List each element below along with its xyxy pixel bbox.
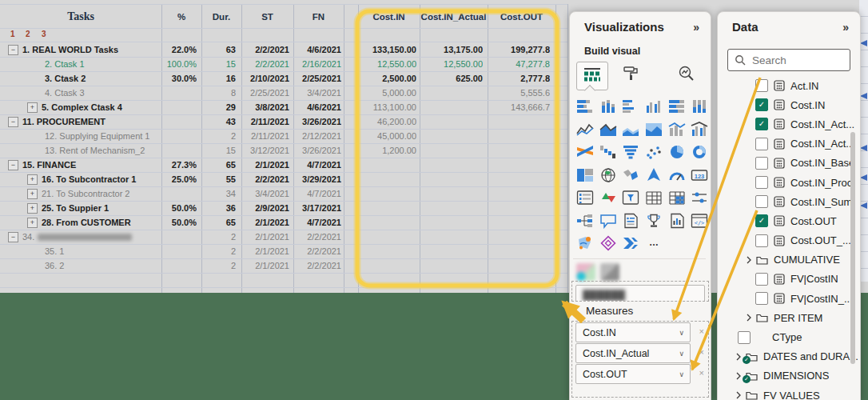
outline-level-1[interactable]: 1 xyxy=(10,30,15,38)
expand-toggle[interactable]: + xyxy=(27,203,38,214)
chevron-down-icon[interactable]: ∨ xyxy=(679,329,684,337)
map-icon[interactable] xyxy=(597,164,620,187)
smart-narrative-icon[interactable] xyxy=(619,210,643,233)
checkbox-checked[interactable]: ✓ xyxy=(755,118,768,130)
checkbox-unchecked[interactable] xyxy=(755,292,768,305)
chevron-right-icon[interactable] xyxy=(735,353,742,361)
field-item-cost-out[interactable]: ✓Cost.OUT xyxy=(718,211,860,230)
collapse-toggle[interactable]: − xyxy=(8,160,18,170)
outline-level-3[interactable]: 3 xyxy=(42,30,46,38)
task-row[interactable]: +5. Complex Ctask 4293/8/20214/6/2021113… xyxy=(0,100,567,115)
power-apps-icon[interactable] xyxy=(597,232,620,255)
checkbox-unchecked[interactable] xyxy=(755,138,768,150)
clustered-column-chart-icon[interactable] xyxy=(643,95,666,118)
custom-visual-1[interactable] xyxy=(576,263,595,281)
field-item-cumulative[interactable]: CUMULATIVE xyxy=(718,250,860,270)
checkbox-checked[interactable]: ✓ xyxy=(755,98,768,111)
field-item-fv-costin-[interactable]: FV|CostIN_... xyxy=(718,289,860,308)
power-automate-icon[interactable] xyxy=(619,232,643,255)
task-row[interactable]: 36. 222/1/20212/2/2021 xyxy=(0,258,567,274)
matrix-icon[interactable] xyxy=(665,186,688,210)
metrics-icon[interactable] xyxy=(643,210,666,233)
measure-well-cost-in[interactable]: Cost.IN∨ xyxy=(575,322,691,342)
gauge-icon[interactable] xyxy=(665,164,688,187)
azure-map-icon[interactable] xyxy=(643,164,666,187)
multi-row-card-icon[interactable] xyxy=(574,186,597,210)
field-item-act-in[interactable]: Act.IN xyxy=(718,76,860,95)
measure-well-cost-in-actual[interactable]: Cost.IN_Actual∨ xyxy=(575,343,691,363)
remove-field-icon[interactable]: × xyxy=(699,347,704,358)
filled-map-icon[interactable] xyxy=(619,164,643,187)
field-well-blurred[interactable]: ██████ xyxy=(575,285,705,302)
tab-analytics[interactable] xyxy=(671,62,702,89)
kpi-icon[interactable] xyxy=(597,186,620,210)
line-chart-icon[interactable] xyxy=(574,118,597,142)
remove-field-icon[interactable]: × xyxy=(699,368,704,378)
100-stacked-bar-chart-icon[interactable] xyxy=(665,95,688,118)
field-item-dimensions[interactable]: ✓DIMENSIONS xyxy=(718,366,860,386)
chevron-down-icon[interactable]: ∨ xyxy=(679,370,684,378)
collapse-toggle[interactable]: − xyxy=(8,117,18,127)
field-item-cost-in-proc[interactable]: Cost.IN_Proc xyxy=(718,173,860,192)
100-stacked-column-chart-icon[interactable] xyxy=(688,95,711,118)
treemap-icon[interactable] xyxy=(574,164,597,187)
outline-level-2[interactable]: 2 xyxy=(26,30,30,38)
funnel-chart-icon[interactable] xyxy=(619,141,643,164)
data-panel-scrollbar[interactable] xyxy=(850,132,855,364)
checkbox-unchecked[interactable] xyxy=(755,157,768,170)
field-item-cost-in-act-[interactable]: ✓Cost.IN_Act... xyxy=(718,114,860,134)
more-visuals-icon[interactable]: … xyxy=(643,232,666,255)
task-row[interactable]: 2. Ctask 1100.0%152/2/20212/16/202112,55… xyxy=(0,57,567,72)
chevron-right-icon[interactable] xyxy=(735,391,742,399)
expand-toggle[interactable]: + xyxy=(27,218,38,228)
expand-toggle[interactable]: + xyxy=(27,102,38,113)
expand-toggle[interactable]: + xyxy=(27,174,38,185)
button-slicer-icon[interactable] xyxy=(688,186,711,210)
checkbox-checked[interactable]: ✓ xyxy=(755,214,768,227)
tab-format-visual[interactable] xyxy=(615,62,646,89)
checkbox-unchecked[interactable] xyxy=(738,331,751,344)
custom-visual-2[interactable] xyxy=(600,263,619,281)
field-item-fv-costin[interactable]: FV|CostIN xyxy=(718,270,860,289)
task-row[interactable]: 4. Ctask 382/25/20213/4/20215,000.005,55… xyxy=(0,86,567,101)
stacked-area-chart-icon[interactable] xyxy=(619,118,643,142)
chevron-down-icon[interactable]: ∨ xyxy=(679,350,684,358)
search-box[interactable] xyxy=(727,49,850,71)
field-item-ctype[interactable]: CType xyxy=(718,327,860,346)
task-row[interactable]: 13. Rent of Mechanism_2153/12/20213/26/2… xyxy=(0,143,567,158)
area-chart-icon[interactable] xyxy=(597,118,620,142)
checkbox-unchecked[interactable] xyxy=(755,273,768,286)
task-row[interactable]: +25. To Suppier 150.0%362/9/20213/17/202… xyxy=(0,201,567,216)
task-row[interactable]: −34.22/1/20212/2/2021 xyxy=(0,230,567,245)
line-and-stacked-column-chart-icon[interactable] xyxy=(665,118,688,142)
field-item-per-item[interactable]: PER ITEM xyxy=(718,308,860,327)
ribbon-chart-icon[interactable] xyxy=(574,141,597,164)
field-item-cost-out-[interactable]: Cost.OUT_... xyxy=(718,231,860,250)
task-row[interactable]: −1. REAL WORLD Tasks22.0%632/2/20214/6/2… xyxy=(0,42,567,58)
arcgis-map-icon[interactable] xyxy=(574,232,597,255)
task-row[interactable]: 3. Ctask 230.0%162/10/20212/25/20212,500… xyxy=(0,71,567,86)
task-row[interactable]: +21. To Subcontractor 2343/4/20214/7/202… xyxy=(0,186,567,202)
task-row[interactable]: +28. From CUSTOMER50.0%652/1/20214/7/202… xyxy=(0,215,567,230)
collapse-toggle[interactable]: − xyxy=(8,232,18,242)
collapse-panel-icon[interactable]: » xyxy=(842,21,849,34)
card-icon[interactable]: 123 xyxy=(688,164,711,187)
line-and-clustered-column-chart-icon[interactable] xyxy=(688,118,711,142)
scatter-chart-icon[interactable] xyxy=(643,141,666,164)
waterfall-chart-icon[interactable] xyxy=(597,141,620,164)
clustered-bar-chart-icon[interactable] xyxy=(619,95,643,118)
checkbox-unchecked[interactable] xyxy=(755,234,768,247)
field-item-dates-and-dura-[interactable]: ✓DATES and DURA... xyxy=(718,347,860,366)
task-row[interactable]: −15. FINANCE27.3%652/1/20214/7/2021 xyxy=(0,158,567,173)
slicer-icon[interactable] xyxy=(619,186,643,210)
table-icon[interactable] xyxy=(643,186,666,210)
field-item-cost-in-sum[interactable]: Cost.IN_Sum xyxy=(718,192,860,211)
collapse-panel-icon[interactable]: » xyxy=(693,21,699,34)
expand-toggle[interactable]: + xyxy=(27,189,38,199)
chevron-right-icon[interactable] xyxy=(746,314,752,322)
script-visual-icon[interactable]: </> xyxy=(688,210,711,233)
field-item-cost-in[interactable]: ✓Cost.IN xyxy=(718,95,860,114)
chevron-right-icon[interactable] xyxy=(735,372,742,380)
task-row[interactable]: −11. PROCUREMENT432/11/20213/26/202146,2… xyxy=(0,114,567,130)
decomposition-tree-icon[interactable] xyxy=(574,210,597,233)
